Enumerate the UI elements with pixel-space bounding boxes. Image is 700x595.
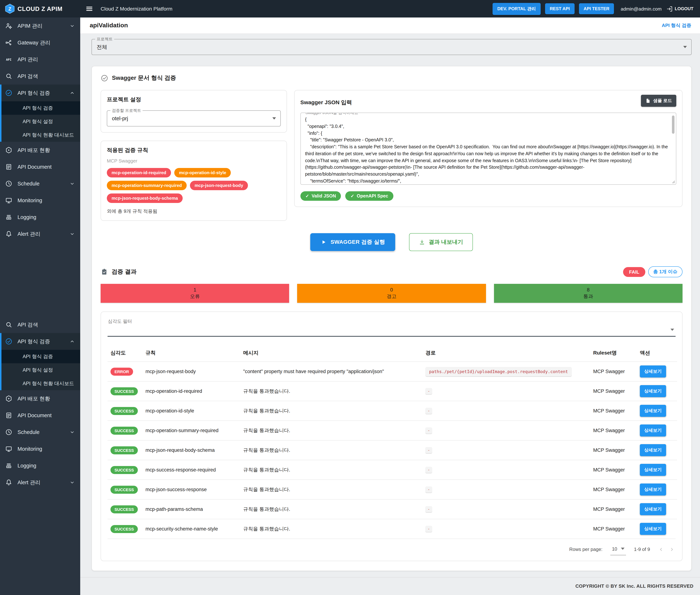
sidebar-subitem-api-format-settings[interactable]: API 형식 설정 [1,363,80,377]
severity-badge: SUCCESS [110,505,138,513]
sidebar-item-label: API 관리 [18,56,75,63]
sidebar-item-label: Monitoring [18,446,75,452]
sidebar-subitem-api-format-validation[interactable]: API 형식 검증 [1,101,80,115]
dev-portal-button[interactable]: DEV. PORTAL 관리 [492,3,541,15]
rule-chip[interactable]: mcp-json-request-body-schema [107,194,183,203]
page-title-bar: apiValidation API 형식 검증 [80,18,700,34]
table-row: SUCCESS mcp-operation-summary-required 규… [108,421,677,440]
swagger-json-column: Swagger JSON 입력 샘플 로드 Swagger JSON을 입력하세… [294,90,682,207]
rule-cell: mcp-operation-id-required [142,381,240,401]
rows-per-page-select[interactable]: 10 [612,546,624,552]
ruleset-cell: MCP Swagger [590,499,637,519]
sidebar-item-api-format-validation[interactable]: API 형식 검증 [1,85,80,101]
rule-chip[interactable]: mcp-operation-summary-required [107,181,187,190]
swagger-json-title: Swagger JSON 입력 [300,99,352,106]
logging-icon [5,214,12,221]
sidebar-item-api-search[interactable]: API 검색 [0,316,80,333]
load-sample-button[interactable]: 샘플 로드 [641,95,676,107]
textarea-scrollbar[interactable] [672,115,674,134]
sidebar-item-alert-management[interactable]: Alert 관리 [0,226,80,242]
check-icon: ✓ [351,194,354,199]
sidebar-subitem-api-format-dashboard[interactable]: API 형식 현황 대시보드 [1,377,80,390]
error-label: 오류 [190,293,200,300]
sidebar-item-api-deployment[interactable]: API 배포 현황 [0,390,80,407]
rule-cell: mcp-json-request-body [142,362,240,381]
logout-button[interactable]: LOGOUT [666,5,694,12]
sidebar-item-monitoring[interactable]: Monitoring [0,192,80,209]
sidebar-item-label: APIM 관리 [18,22,64,29]
detail-button[interactable]: 상세보기 [640,523,666,535]
swagger-json-content[interactable]: { "openapi": "3.0.4", "info": { "title":… [301,113,676,185]
sidebar-item-label: Monitoring [18,197,75,203]
header-action: 액션 [637,345,677,362]
results-table: 심각도 규칙 메시지 경로 Ruleset명 액션 ER [108,345,677,539]
sidebar-item-api-document[interactable]: API Document [0,159,80,175]
resize-grip-icon[interactable] [671,179,675,183]
sidebar-item-gateway-management[interactable]: Gateway 관리 [0,34,80,51]
summary-tiles: 1 오류 0 경고 8 통과 [101,284,682,303]
logout-label: LOGOUT [675,6,694,11]
detail-button[interactable]: 상세보기 [640,365,666,377]
message-cell: 규칙을 통과했습니다. [240,480,423,499]
check-circle-icon [5,89,12,96]
sidebar-item-logging[interactable]: Logging [0,209,80,226]
prev-page-button[interactable]: ‹ [659,545,663,553]
severity-filter-select[interactable]: 심각도 필터 [108,318,676,337]
sidebar-item-api-format-validation[interactable]: API 형식 검증 [1,333,80,350]
table-row: SUCCESS mcp-json-request-body-schema 규칙을… [108,440,677,460]
detail-button[interactable]: 상세보기 [640,503,666,515]
sidebar-item-schedule[interactable]: Schedule [0,424,80,441]
person-gear-icon [5,22,12,29]
detail-button[interactable]: 상세보기 [640,483,666,495]
sidebar-subitem-api-format-validation[interactable]: API 형식 검증 [1,350,80,363]
rest-api-button[interactable]: REST API [545,3,574,14]
detail-button[interactable]: 상세보기 [640,405,666,417]
swagger-json-textarea[interactable]: Swagger JSON을 입력하세요 { "openapi": "3.0.4"… [300,113,676,185]
run-validation-button[interactable]: SWAGGER 검증 실행 [310,233,395,251]
sidebar-subitem-api-format-dashboard[interactable]: API 형식 현황 대시보드 [1,128,80,142]
rule-cell: mcp-operation-id-style [142,401,240,421]
sidebar-item-monitoring[interactable]: Monitoring [0,441,80,457]
logging-icon [5,462,12,469]
results-table-card: 심각도 필터 심각도 규칙 메시지 경로 [101,312,682,561]
sidebar-item-logging[interactable]: Logging [0,457,80,474]
sidebar-item-alert-management[interactable]: Alert 관리 [0,474,80,491]
detail-button[interactable]: 상세보기 [640,424,666,436]
results-title: 검증 결과 [112,268,137,276]
sidebar-subitem-api-format-settings[interactable]: API 형식 설정 [1,115,80,128]
rule-chip[interactable]: mcp-operation-id-style [174,168,231,177]
sidebar-item-apim-management[interactable]: APIM 관리 [0,18,80,34]
rule-chips: mcp-operation-id-required mcp-operation-… [107,168,280,203]
sidebar-item-label: Gateway 관리 [18,39,75,46]
table-header-row: 심각도 규칙 메시지 경로 Ruleset명 액션 [108,345,677,362]
detail-button[interactable]: 상세보기 [640,464,666,476]
rule-cell: mcp-path-params-schema [142,499,240,519]
detail-button[interactable]: 상세보기 [640,385,666,397]
sidebar-item-api-deployment[interactable]: API 배포 현황 [0,142,80,159]
message-cell: 규칙을 통과했습니다. [240,460,423,480]
rule-cell: mcp-success-response-required [142,460,240,480]
next-page-button[interactable]: › [671,545,673,553]
logo[interactable]: Z CLOUD Z APIM [0,4,80,14]
swagger-section-title: Swagger 문서 형식 검증 [112,74,176,82]
sidebar-item-api-document[interactable]: API Document [0,407,80,424]
api-tester-button[interactable]: API TESTER [579,3,614,14]
breadcrumb-link[interactable]: API 형식 검증 [662,22,691,29]
sidebar-item-schedule[interactable]: Schedule [0,175,80,192]
detail-button[interactable]: 상세보기 [640,444,666,456]
run-validation-label: SWAGGER 검증 실행 [331,239,385,246]
target-project-select[interactable]: 검증할 프로젝트 otel-prj [107,110,280,126]
monitor-icon [5,197,12,204]
sidebar-item-api-management[interactable]: API 관리 [0,51,80,68]
rule-chip[interactable]: mcp-json-request-body [190,181,248,190]
ruleset-cell: MCP Swagger [590,381,637,401]
rule-chip[interactable]: mcp-operation-id-required [107,168,171,177]
sidebar-item-api-search[interactable]: API 검색 [0,68,80,85]
project-select[interactable]: 프로젝트 전체 [91,39,692,55]
sidebar-group-api-validation: API 형식 검증 API 형식 검증 API 형식 설정 API 형식 현황 … [0,85,80,142]
sidebar-item-label: API 검색 [18,321,75,328]
chevron-up-icon [69,339,75,344]
menu-icon[interactable] [85,5,93,13]
download-icon [419,239,425,245]
export-results-button[interactable]: 결과 내보내기 [409,233,473,251]
